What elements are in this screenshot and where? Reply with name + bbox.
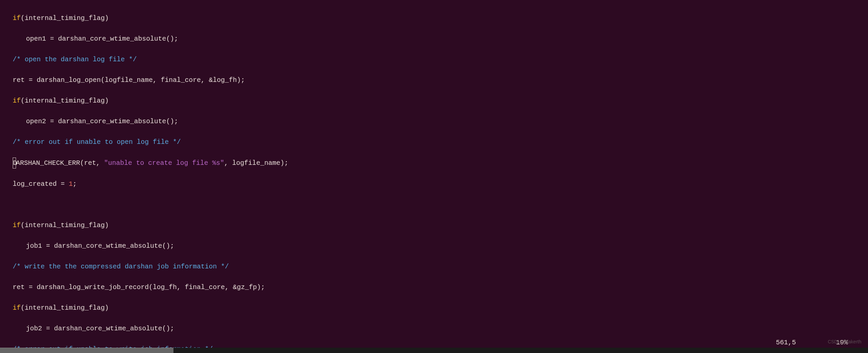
code-editor[interactable]: if(internal_timing_flag) open1 = darshan… xyxy=(0,0,868,353)
horizontal-scrollbar-track[interactable] xyxy=(0,348,868,353)
code-line: open2 = darshan_core_wtime_absolute(); xyxy=(0,116,868,127)
code-line: if(internal_timing_flag) xyxy=(0,13,868,23)
code-line: open1 = darshan_core_wtime_absolute(); xyxy=(0,34,868,44)
code-line: if(internal_timing_flag) xyxy=(0,96,868,106)
keyword-if: if xyxy=(13,221,21,229)
code-comment: /* error out if unable to open log file … xyxy=(0,137,868,147)
code-line: job1 = darshan_core_wtime_absolute(); xyxy=(0,241,868,251)
cursor-position: 561,5 xyxy=(776,337,796,348)
watermark: CSDN @fakerth xyxy=(828,338,861,346)
code-line: if(internal_timing_flag) xyxy=(0,220,868,231)
keyword-if: if xyxy=(13,97,21,105)
number-literal: 1 xyxy=(69,180,73,188)
keyword-if: if xyxy=(13,304,21,312)
vim-status-bar: 561,5 19% xyxy=(0,338,868,346)
blank-line xyxy=(0,200,868,210)
code-line: log_created = 1; xyxy=(0,179,868,189)
code-comment: /* write the the compressed darshan job … xyxy=(0,261,868,272)
code-comment: /* open the darshan log file */ xyxy=(0,54,868,65)
string-literal: "unable to create log file %s" xyxy=(104,159,224,167)
cursor: D xyxy=(13,157,16,169)
code-line: if(internal_timing_flag) xyxy=(0,303,868,313)
code-line: ret = darshan_log_open(logfile_name, fin… xyxy=(0,75,868,85)
code-line: ret = darshan_log_write_job_record(log_f… xyxy=(0,282,868,292)
horizontal-scrollbar-thumb[interactable] xyxy=(0,348,174,353)
code-line: job2 = darshan_core_wtime_absolute(); xyxy=(0,323,868,334)
code-line: DARSHAN_CHECK_ERR(ret, "unable to create… xyxy=(0,157,868,169)
keyword-if: if xyxy=(13,14,21,22)
